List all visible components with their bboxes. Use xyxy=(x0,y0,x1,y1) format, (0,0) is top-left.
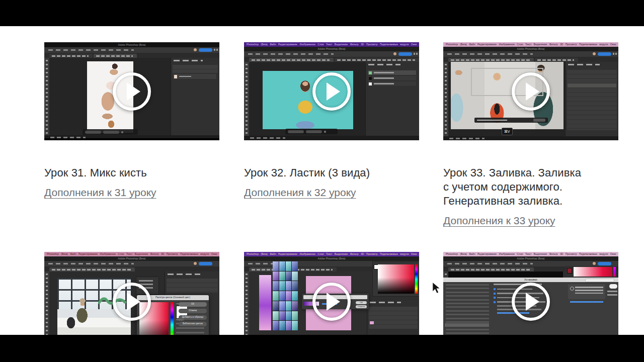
play-icon[interactable] xyxy=(113,72,151,111)
video-thumbnail-lesson-32[interactable]: Photoshop (Beta) Файл Редактирование Изо… xyxy=(244,42,419,140)
play-icon[interactable] xyxy=(512,283,550,321)
ps-window-titlebar: Adobe Photoshop (Beta) xyxy=(443,256,618,261)
layers-panel xyxy=(171,58,219,136)
ps-window-titlebar: Adobe Photoshop (Beta) xyxy=(244,47,419,51)
ok-button: ОК xyxy=(356,301,367,304)
add-to-swatches-button: Добавить в образцы xyxy=(179,315,207,320)
letterbox-bottom xyxy=(0,335,644,362)
layer-row-background xyxy=(368,81,416,86)
avatar xyxy=(194,48,197,51)
layers-panel xyxy=(365,62,419,136)
ok-button: ОК xyxy=(179,302,207,307)
macos-menubar: Photoshop (Beta) Файл Редактирование Изо… xyxy=(244,252,419,256)
man-with-beanie xyxy=(71,298,94,331)
lesson-31-supplement-link[interactable]: Дополнения к 31 уроку xyxy=(44,187,156,199)
contextual-task-bar xyxy=(83,129,138,135)
generative-fill-prompt-bar xyxy=(474,118,548,123)
ps-status-bar xyxy=(44,135,219,140)
letterbox-top xyxy=(0,0,644,26)
cancel-button: Отмена xyxy=(356,305,367,308)
lesson-32-caption: Урок 32. Ластик (3 вида) Дополнения к 32… xyxy=(244,166,410,199)
ps-document-tabs xyxy=(244,57,419,62)
hue-slider xyxy=(415,264,418,294)
cancel-button: Отмена xyxy=(179,309,207,313)
play-icon[interactable] xyxy=(512,72,550,111)
ps-document-tabs xyxy=(44,266,219,272)
toggle-switch xyxy=(609,284,617,289)
avatar xyxy=(194,262,197,265)
color-panel xyxy=(566,266,617,278)
macos-menubar: Photoshop (Beta) Файл Редактирование Изо… xyxy=(244,42,419,47)
play-icon[interactable] xyxy=(113,283,151,321)
ps-status-bar xyxy=(244,136,419,140)
saturation-value-field xyxy=(378,264,414,294)
ps-window-titlebar: Adobe Photoshop (Beta) xyxy=(44,256,219,261)
color-panel xyxy=(372,261,419,297)
video-thumbnail-lesson-33[interactable]: Photoshop (Beta) Файл Редактирование Изо… xyxy=(443,42,618,140)
avatar xyxy=(593,262,596,265)
document-strip xyxy=(448,272,563,278)
lesson-33-caption: Урок 33. Заливка. Заливка с учетом содер… xyxy=(443,166,609,227)
search-icon xyxy=(214,49,218,51)
search-icon xyxy=(613,53,617,55)
layer-row xyxy=(173,74,216,79)
selected-category-row xyxy=(445,323,489,327)
preferences-search-field xyxy=(585,279,614,282)
macos-menubar: Photoshop (Beta) Файл Редактирование Изо… xyxy=(44,252,219,256)
ps-window-titlebar: Adobe Photoshop (Beta) xyxy=(244,256,419,261)
ps-window-titlebar: Adobe Photoshop (Beta) xyxy=(443,47,618,51)
search-icon xyxy=(414,53,418,55)
layers-panel xyxy=(565,62,618,136)
lesson-title: Урок 32. Ластик (3 вида) xyxy=(244,166,410,180)
video-thumbnail-lesson-31[interactable]: Adobe Photoshop (Beta) xyxy=(44,42,219,140)
macos-menubar: Photoshop (Beta) Файл Редактирование Изо… xyxy=(443,252,618,256)
ps-canvas xyxy=(49,58,171,136)
share-button xyxy=(598,262,611,265)
lesson-33-supplement-link[interactable]: Дополнения к 33 уроку xyxy=(443,215,555,227)
info-link xyxy=(570,301,603,303)
contextual-task-bar xyxy=(285,129,338,134)
play-icon[interactable] xyxy=(312,72,351,111)
ps-document-tabs xyxy=(44,53,219,58)
info-callout xyxy=(568,284,605,299)
mouse-cursor xyxy=(432,282,441,294)
lesson-31-caption: Урок 31. Микс кисть Дополнения к 31 урок… xyxy=(44,166,210,199)
lesson-title: Урок 33. Заливка. Заливка с учетом содер… xyxy=(443,166,609,208)
macos-menubar: Photoshop (Beta) Файл Редактирование Изо… xyxy=(443,42,618,47)
share-button xyxy=(199,262,212,265)
foreground-color-swatch xyxy=(567,268,572,274)
keystroke-overlay: ⌘V xyxy=(502,128,513,135)
lesson-32-supplement-link[interactable]: Дополнения к 32 уроку xyxy=(244,187,356,199)
share-button xyxy=(199,48,212,52)
saturation-value-field xyxy=(574,267,612,277)
color-libraries-button: Библиотеки цветов xyxy=(179,322,207,326)
pink-gradient-swatch xyxy=(259,275,271,330)
ps-status-bar xyxy=(443,136,618,140)
ps-window-titlebar: Adobe Photoshop (Beta) xyxy=(44,42,219,47)
gradient-mosaic xyxy=(273,261,298,330)
ps-document-tabs xyxy=(443,57,618,62)
layer-row xyxy=(368,70,416,75)
layer-row xyxy=(368,76,416,80)
play-icon[interactable] xyxy=(312,283,351,321)
avatar xyxy=(593,52,596,55)
share-button xyxy=(598,52,611,56)
avatar xyxy=(393,52,396,55)
lesson-title: Урок 31. Микс кисть xyxy=(44,166,210,180)
hue-slider xyxy=(613,267,616,277)
share-button xyxy=(398,52,412,56)
